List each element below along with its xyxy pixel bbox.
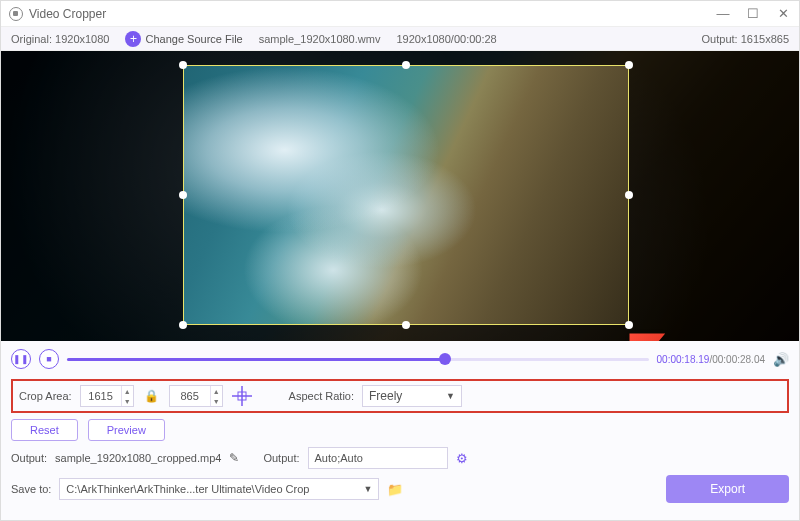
save-to-label: Save to:	[11, 483, 51, 495]
preview-button[interactable]: Preview	[88, 419, 165, 441]
pause-button[interactable]: ❚❚	[11, 349, 31, 369]
source-filename: sample_1920x1080.wmv	[259, 33, 381, 45]
crop-settings-panel: Crop Area: ▲▼ 🔒 ▲▼ Aspect Ratio: Freely …	[11, 379, 789, 413]
save-row: Save to: C:\ArkThinker\ArkThinke...ter U…	[1, 471, 799, 511]
time-total: 00:00:28.04	[712, 354, 765, 365]
stop-button[interactable]: ■	[39, 349, 59, 369]
crop-handle-top-right[interactable]	[625, 61, 633, 69]
timeline-knob[interactable]	[439, 353, 451, 365]
window-controls: ― ☐ ✕	[715, 6, 791, 22]
reset-button[interactable]: Reset	[11, 419, 78, 441]
maximize-button[interactable]: ☐	[745, 6, 761, 22]
player-controls: ❚❚ ■ 00:00:18.19/00:00:28.04 🔊	[1, 341, 799, 377]
height-up[interactable]: ▲	[211, 386, 222, 396]
output-size: Output: 1615x865	[702, 33, 789, 45]
timeline-slider[interactable]	[67, 350, 649, 368]
crop-height-input[interactable]: ▲▼	[169, 385, 223, 407]
open-folder-icon[interactable]: 📁	[387, 482, 403, 497]
app-icon	[9, 7, 23, 21]
output-value: 1615x865	[741, 33, 789, 45]
chevron-down-icon: ▼	[363, 484, 372, 494]
original-size: Original: 1920x1080	[11, 33, 109, 45]
crop-handle-bottom-right[interactable]	[625, 321, 633, 329]
crop-handle-bottom-middle[interactable]	[402, 321, 410, 329]
crop-handle-top-left[interactable]	[179, 61, 187, 69]
center-crop-button[interactable]	[231, 385, 253, 407]
output-file-label: Output:	[11, 452, 47, 464]
app-title: Video Cropper	[29, 7, 106, 21]
original-value: 1920x1080	[55, 33, 109, 45]
source-info: 1920x1080/00:00:28	[396, 33, 496, 45]
app-window: Video Cropper ― ☐ ✕ Original: 1920x1080 …	[0, 0, 800, 521]
save-path-value: C:\ArkThinker\ArkThinke...ter Ultimate\V…	[66, 483, 309, 495]
info-bar: Original: 1920x1080 + Change Source File…	[1, 27, 799, 51]
time-display: 00:00:18.19/00:00:28.04	[657, 354, 765, 365]
crop-area-label: Crop Area:	[19, 390, 72, 402]
output-setting-value: Auto;Auto	[315, 452, 363, 464]
minimize-button[interactable]: ―	[715, 6, 731, 22]
edit-filename-icon[interactable]: ✎	[229, 451, 239, 465]
change-source-label: Change Source File	[145, 33, 242, 45]
export-button[interactable]: Export	[666, 475, 789, 503]
close-button[interactable]: ✕	[775, 6, 791, 22]
output-row: Output: sample_1920x1080_cropped.mp4 ✎ O…	[1, 441, 799, 471]
aspect-ratio-select[interactable]: Freely ▼	[362, 385, 462, 407]
crop-width-input[interactable]: ▲▼	[80, 385, 134, 407]
crop-handle-middle-right[interactable]	[625, 191, 633, 199]
volume-icon[interactable]: 🔊	[773, 352, 789, 367]
titlebar: Video Cropper ― ☐ ✕	[1, 1, 799, 27]
output-filename: sample_1920x1080_cropped.mp4	[55, 452, 221, 464]
output-label: Output:	[702, 33, 738, 45]
crop-content	[183, 65, 629, 325]
settings-icon[interactable]: ⚙	[456, 451, 468, 466]
video-preview[interactable]	[1, 51, 799, 341]
height-down[interactable]: ▼	[211, 396, 222, 406]
crop-handle-bottom-left[interactable]	[179, 321, 187, 329]
output-setting-label: Output:	[263, 452, 299, 464]
output-setting-field[interactable]: Auto;Auto	[308, 447, 448, 469]
action-buttons: Reset Preview	[1, 419, 799, 441]
aspect-ratio-value: Freely	[369, 389, 402, 403]
crop-handle-middle-left[interactable]	[179, 191, 187, 199]
plus-icon: +	[125, 31, 141, 47]
width-up[interactable]: ▲	[122, 386, 133, 396]
crop-handle-top-middle[interactable]	[402, 61, 410, 69]
crop-width-field[interactable]	[81, 390, 121, 402]
original-label: Original:	[11, 33, 52, 45]
change-source-button[interactable]: + Change Source File	[125, 31, 242, 47]
width-down[interactable]: ▼	[122, 396, 133, 406]
save-path-select[interactable]: C:\ArkThinker\ArkThinke...ter Ultimate\V…	[59, 478, 379, 500]
aspect-ratio-label: Aspect Ratio:	[289, 390, 354, 402]
crop-frame[interactable]	[183, 65, 629, 325]
lock-aspect-icon[interactable]: 🔒	[142, 389, 161, 403]
chevron-down-icon: ▼	[446, 391, 455, 401]
time-current: 00:00:18.19	[657, 354, 710, 365]
crop-height-field[interactable]	[170, 390, 210, 402]
